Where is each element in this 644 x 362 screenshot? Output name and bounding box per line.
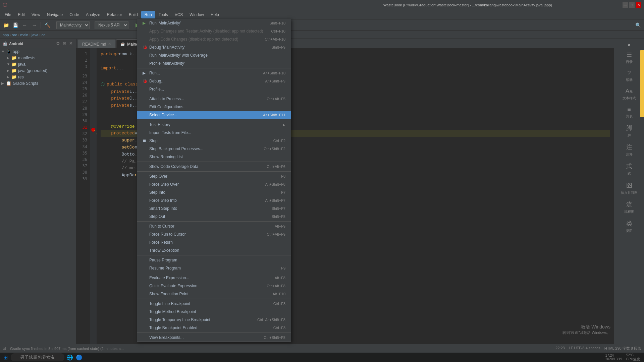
run-menu-smart-step-into[interactable]: Smart Step Into Shift+F7: [137, 204, 291, 213]
project-panel-header: 🤖 Android ⚙ ⊟ ✕: [0, 39, 76, 48]
right-panel-foot[interactable]: 脚 脚: [616, 123, 643, 139]
menu-edit[interactable]: Edit: [14, 11, 28, 18]
run-menu-quick-evaluate[interactable]: Quick Evaluate Expression Ctrl+Alt+F8: [137, 282, 291, 290]
breadcrumb-co[interactable]: co...: [42, 33, 49, 37]
right-side-panel: ✕ ☰ 目录 ? 帮助 Aa 文本样式 ≡ 列表 脚 脚 注 注释 式 式: [614, 39, 644, 344]
toolbar-device-dropdown[interactable]: Nexus 5 API: [95, 21, 128, 29]
list-label: 列表: [626, 114, 633, 119]
list-icon: ≡: [627, 106, 631, 113]
run-menu-toggle-method-bp[interactable]: Toggle Method Breakpoint: [137, 308, 291, 316]
run-menu-profile[interactable]: Profile...: [137, 85, 291, 93]
run-menu-run[interactable]: ▶ Run... Alt+Shift+F10: [137, 69, 291, 77]
right-panel-note[interactable]: 注 注释: [616, 142, 643, 158]
taskbar-chrome-btn[interactable]: 🔵: [75, 353, 83, 361]
menu-refactor[interactable]: Refactor: [104, 11, 125, 18]
run-menu-toggle-bp-enabled[interactable]: Toggle Breakpoint Enabled Ctrl+F8: [137, 324, 291, 332]
toolbar-open-btn[interactable]: 📁: [2, 21, 10, 29]
run-menu-stop-bg[interactable]: Stop Background Processes... Ctrl+Shift+…: [137, 145, 291, 153]
toolbar-back-btn[interactable]: ←: [21, 21, 29, 29]
tree-item-java-generated[interactable]: ▶ 📁 java (generated): [0, 67, 76, 74]
run-menu-sep-7: [137, 255, 291, 255]
panel-gear-icon[interactable]: ⚙: [55, 41, 61, 46]
menu-file[interactable]: File: [1, 11, 14, 18]
run-menu-force-run-to-cursor[interactable]: Force Run to Cursor Ctrl+Alt+F9: [137, 230, 291, 238]
right-panel-help[interactable]: ? 帮助: [616, 68, 643, 84]
breadcrumb-app[interactable]: app: [3, 33, 9, 37]
run-menu-attach[interactable]: Attach to Process... Ctrl+Alt+F5: [137, 95, 291, 103]
execution-arrow-marker: →: [91, 128, 96, 132]
toolbar: 📁 💾 ← → 🔨 MainActivity Nexus 5 API ▶ 🐞 ⏹…: [0, 19, 644, 31]
tab-readme[interactable]: README.md ✕: [78, 40, 115, 48]
run-menu-show-execution[interactable]: Show Execution Point Alt+F10: [137, 290, 291, 298]
breadcrumb-java[interactable]: java: [32, 33, 38, 37]
menu-analyze[interactable]: Analyze: [83, 11, 104, 18]
menu-run[interactable]: Run: [141, 11, 155, 18]
run-menu-show-running[interactable]: Show Running List: [137, 153, 291, 161]
menu-help[interactable]: Help: [207, 11, 222, 18]
run-menu-view-breakpoints[interactable]: View Breakpoints... Ctrl+Shift+F8: [137, 334, 291, 342]
right-panel-style[interactable]: 式 式: [616, 161, 643, 177]
right-panel-textstyle[interactable]: Aa 文本样式: [616, 86, 643, 102]
toolbar-build-btn[interactable]: 🔨: [43, 21, 51, 29]
run-menu-stop[interactable]: ⏹ Stop Ctrl+F2: [137, 137, 291, 145]
panel-filter-icon[interactable]: ⊟: [62, 41, 67, 46]
menu-code[interactable]: Code: [66, 11, 83, 18]
panel-close-icon[interactable]: ✕: [68, 41, 73, 46]
maximize-button[interactable]: □: [629, 2, 635, 8]
minimize-button[interactable]: —: [623, 2, 628, 8]
right-panel-gantt[interactable]: 图 插入甘特图: [616, 180, 643, 196]
run-menu-run-main[interactable]: ▶ Run 'MainActivity' Shift+F10: [137, 19, 291, 27]
run-menu-resume[interactable]: Resume Program F9: [137, 264, 291, 272]
right-panel-list[interactable]: ≡ 列表: [616, 105, 643, 120]
tree-item-java[interactable]: ▼ 📁 java: [0, 61, 76, 67]
toolbar-save-btn[interactable]: 💾: [11, 21, 19, 29]
menu-view[interactable]: View: [28, 11, 44, 18]
run-menu-coverage-data[interactable]: Show Code Coverage Data Ctrl+Alt+F6: [137, 163, 291, 171]
run-menu-toggle-temp-bp[interactable]: Toggle Temporary Line Breakpoint Ctrl+Al…: [137, 316, 291, 324]
run-menu-test-history[interactable]: Test History ▶: [137, 121, 291, 129]
menu-navigate[interactable]: Navigate: [44, 11, 66, 18]
right-panel-class[interactable]: 类 类图: [616, 218, 643, 235]
toolbar-forward-btn[interactable]: →: [30, 21, 38, 29]
run-menu-pause[interactable]: Pause Program: [137, 256, 291, 264]
tree-item-app[interactable]: ▼ 📱 app: [0, 48, 76, 55]
menu-vcs[interactable]: VCS: [171, 11, 186, 18]
run-menu-select-device[interactable]: Select Device... Alt+Shift+F11: [137, 111, 291, 119]
run-menu-run-to-cursor[interactable]: Run to Cursor Alt+F9: [137, 222, 291, 230]
breadcrumb-src[interactable]: src: [12, 33, 17, 37]
right-panel-toc[interactable]: ☰ 目录: [616, 50, 643, 66]
run-menu-toggle-line-bp[interactable]: Toggle Line Breakpoint Ctrl+F8: [137, 300, 291, 308]
taskbar-search-btn[interactable]: 男子炫耀包养女友: [11, 353, 64, 361]
run-menu-edit-configs[interactable]: Edit Configurations...: [137, 103, 291, 111]
run-menu-step-out[interactable]: Step Out Shift+F8: [137, 213, 291, 221]
menu-window[interactable]: Window: [186, 11, 207, 18]
run-menu-evaluate[interactable]: Evaluate Expression... Alt+F8: [137, 274, 291, 282]
run-menu-run-with-coverage[interactable]: Run 'MainActivity' with Coverage: [137, 51, 291, 59]
run-menu-debug[interactable]: 🐞 Debug... Alt+Shift+F9: [137, 77, 291, 85]
run-menu-force-step-over[interactable]: Force Step Over Alt+Shift+F8: [137, 180, 291, 188]
run-menu-step-over[interactable]: Step Over F8: [137, 172, 291, 180]
toolbar-search-btn[interactable]: 🔍: [634, 21, 642, 29]
taskbar-start-btn[interactable]: ⊞: [1, 353, 9, 361]
run-menu-debug-main[interactable]: 🐞 Debug 'MainActivity' Shift+F9: [137, 43, 291, 51]
close-button[interactable]: ✕: [636, 2, 641, 8]
menu-tools[interactable]: Tools: [155, 11, 171, 18]
right-panel-flow[interactable]: 流 流程图: [616, 199, 643, 216]
tree-item-gradle[interactable]: ▶ 📋 Gradle Scripts: [0, 80, 76, 86]
breadcrumb-main[interactable]: main: [20, 33, 28, 37]
close-right-panel[interactable]: ✕: [628, 43, 631, 47]
taskbar-browser-btn[interactable]: 🌐: [66, 353, 74, 361]
toolbar-config-dropdown[interactable]: MainActivity: [56, 21, 90, 29]
menu-build[interactable]: Build: [125, 11, 141, 18]
run-menu-dropdown: ▶ Run 'MainActivity' Shift+F10 Apply Cha…: [137, 19, 291, 342]
tree-item-res[interactable]: ▶ 📁 res: [0, 74, 76, 80]
textstyle-icon: Aa: [625, 88, 633, 95]
run-menu-force-return[interactable]: Force Return: [137, 238, 291, 246]
run-menu-profile-main[interactable]: Profile 'MainActivity': [137, 59, 291, 67]
run-menu-force-step-into[interactable]: Force Step Into Alt+Shift+F7: [137, 196, 291, 204]
run-menu-import-tests[interactable]: Import Tests from File...: [137, 129, 291, 137]
tree-item-manifests[interactable]: ▶ 📁 manifests: [0, 55, 76, 61]
run-menu-step-into[interactable]: Step Into F7: [137, 188, 291, 196]
run-menu-throw-exception[interactable]: Throw Exception: [137, 246, 291, 254]
tab-readme-close[interactable]: ✕: [108, 42, 111, 46]
